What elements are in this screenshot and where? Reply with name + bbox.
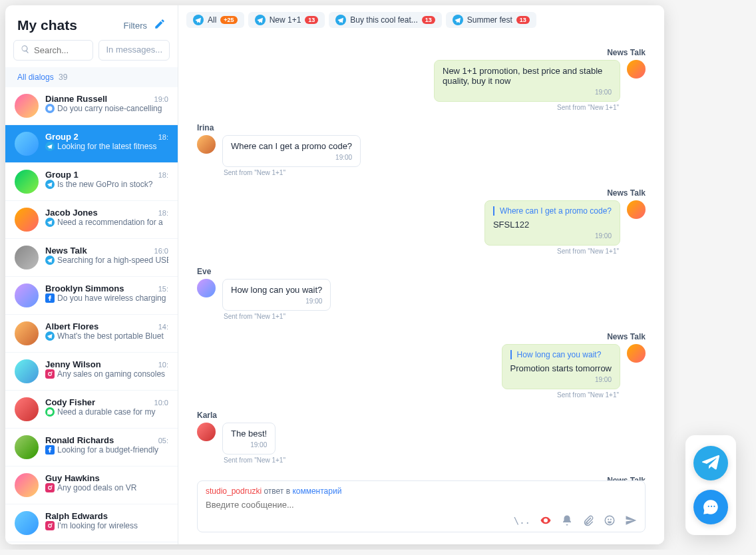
message-bubble[interactable]: How long can you wait? Promotion starts …	[502, 344, 620, 389]
channel-tab[interactable]: Summer fest13	[446, 12, 536, 28]
message-text: Promotion starts tomorrow	[510, 363, 612, 373]
message-block: Karla The best! 19:00 Sent from "New 1+1…	[197, 411, 646, 464]
composer-input[interactable]	[206, 500, 637, 510]
bell-icon[interactable]	[561, 514, 573, 526]
chat-name: Guy Hawkins	[45, 473, 100, 483]
avatar	[15, 473, 39, 497]
all-dialogs-count: 39	[59, 73, 67, 82]
chat-name: Ronald Richards	[45, 435, 114, 445]
emoji-icon[interactable]	[604, 514, 616, 526]
message-time: 19:00	[493, 232, 612, 240]
chat-item[interactable]: Guy Hawkins Any good deals on VR	[5, 466, 178, 504]
all-dialogs-row[interactable]: All dialogs 39	[5, 67, 178, 87]
search-input[interactable]	[34, 45, 86, 55]
chat-time: 14:	[158, 323, 168, 331]
chat-preview: Any good deals on VR	[45, 483, 168, 492]
composer: studio_podruzki ответ в комментарий \..	[197, 480, 646, 532]
tab-label: New 1+1	[270, 15, 301, 25]
slash-command-icon[interactable]: \..	[514, 515, 530, 526]
message-sender: Irina	[197, 123, 646, 132]
chat-item[interactable]: Ralph Edwards I'm looking for wireless	[5, 504, 178, 542]
svg-rect-12	[45, 483, 55, 492]
chat-name: Dianne Russell	[45, 94, 107, 104]
chat-time: 05:	[158, 437, 168, 445]
tab-badge: 13	[516, 16, 530, 24]
message-block: News Talk New 1+1 promotion, best price …	[197, 48, 646, 111]
channel-tab[interactable]: New 1+113	[248, 12, 325, 28]
chat-item[interactable]: News Talk 16:0 Searching for a high-spee…	[5, 239, 178, 277]
message-bubble[interactable]: The best! 19:00	[222, 423, 276, 455]
send-icon[interactable]	[625, 514, 637, 526]
chat-preview: Looking for the latest fitness	[45, 142, 168, 151]
avatar	[15, 321, 39, 345]
chat-item[interactable]: Group 1 18: Is the new GoPro in stock?	[5, 163, 178, 201]
chat-preview: What's the best portable Bluet	[45, 331, 168, 341]
message-thread[interactable]: News Talk New 1+1 promotion, best price …	[178, 35, 664, 480]
all-dialogs-label: All dialogs	[17, 73, 54, 82]
message-bubble[interactable]: Where can I get a promo code? 19:00	[222, 135, 361, 167]
floating-actions	[685, 435, 736, 535]
chat-time: 10:0	[154, 399, 168, 407]
compose-icon[interactable]	[154, 18, 166, 33]
chat-item[interactable]: Jenny Wilson 10: Any sales on gaming con…	[5, 353, 178, 391]
avatar	[627, 344, 646, 363]
message-block: News Talk The best! Thanks! 19:00 Sent f…	[197, 476, 646, 480]
chat-name: Brooklyn Simmons	[45, 283, 124, 293]
chat-time: 16:0	[154, 247, 168, 255]
message-bubble[interactable]: How long can you wait? 19:00	[222, 279, 331, 311]
chat-name: News Talk	[45, 246, 87, 256]
in-messages-filter[interactable]: In messages...	[98, 40, 170, 61]
facebook-icon	[45, 445, 55, 455]
reply-link[interactable]: комментарий	[292, 486, 341, 496]
search-input-wrapper[interactable]	[13, 40, 93, 61]
chat-item[interactable]: Jacob Jones 18: Need a recommendation fo…	[5, 201, 178, 239]
chat-item[interactable]: Cody Fisher 10:0 Need a durable case for…	[5, 391, 178, 429]
eye-icon[interactable]	[540, 514, 552, 526]
message-bubble[interactable]: Where can I get a promo code? SFSL122 19…	[484, 200, 620, 246]
chat-preview: Is the new GoPro in stock?	[45, 180, 168, 189]
chat-item[interactable]: Group 2 18: Looking for the latest fitne…	[5, 125, 178, 163]
chat-time: 15:	[158, 285, 168, 293]
message-time: 19:00	[443, 89, 612, 96]
telegram-icon	[45, 331, 55, 341]
message-block: Eve How long can you wait? 19:00 Sent fr…	[197, 267, 646, 320]
tab-label: Buy this cool feat...	[350, 15, 417, 25]
filters-button[interactable]: Filters	[124, 21, 147, 31]
avatar	[15, 283, 39, 307]
svg-rect-7	[45, 369, 55, 379]
attachment-icon[interactable]	[582, 514, 594, 526]
chat-list[interactable]: Dianne Russell 19:0 Do you carry noise-c…	[5, 87, 178, 544]
svg-point-17	[51, 523, 53, 524]
message-bubble[interactable]: New 1+1 promotion, best price and stable…	[434, 60, 620, 102]
avatar	[15, 397, 39, 421]
channel-tab[interactable]: All+25	[186, 12, 244, 28]
whatsapp-icon	[45, 407, 55, 417]
chat-name: Jacob Jones	[45, 208, 98, 218]
chat-item[interactable]: Ronald Richards 05: Looking for a budget…	[5, 429, 178, 466]
fab-chat[interactable]	[693, 490, 728, 524]
search-icon	[21, 45, 34, 56]
message-sender: News Talk	[197, 48, 646, 57]
chat-item[interactable]: Dianne Russell 19:0 Do you carry noise-c…	[5, 87, 178, 125]
chat-preview: Searching for a high-speed USB	[45, 256, 168, 265]
chat-preview: Need a recommendation for a	[45, 218, 168, 227]
chat-name: Cody Fisher	[45, 397, 95, 407]
chat-item[interactable]: Albert Flores 14: What's the best portab…	[5, 315, 178, 353]
chat-preview: Need a durable case for my	[45, 407, 168, 417]
fab-telegram[interactable]	[693, 446, 728, 480]
instagram-icon	[45, 369, 55, 379]
message-block: Irina Where can I get a promo code? 19:0…	[197, 123, 646, 176]
channel-tab[interactable]: Buy this cool feat...13	[329, 12, 441, 28]
message-sender: News Talk	[197, 188, 646, 198]
message-block: News Talk How long can you wait? Promoti…	[197, 332, 646, 399]
chat-item[interactable]: Brooklyn Simmons 15: Do you have wireles…	[5, 277, 178, 315]
avatar	[15, 246, 39, 270]
tab-label: All	[208, 15, 216, 25]
telegram-icon	[45, 256, 55, 265]
avatar	[197, 135, 216, 154]
avatar	[15, 435, 39, 459]
reply-mid: ответ в	[264, 486, 290, 496]
message-text: Where can I get a promo code?	[231, 141, 352, 151]
avatar	[197, 423, 216, 441]
chat-time: 18:	[158, 209, 168, 217]
